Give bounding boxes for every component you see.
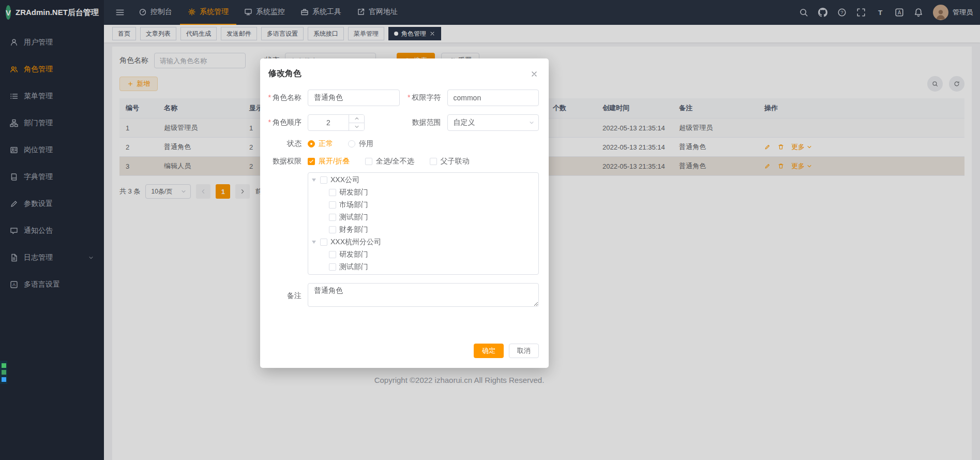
role-name-label: 角色名称 [260, 93, 308, 102]
tree-node-label[interactable]: XXX杭州分公司 [330, 238, 381, 247]
remark-textarea[interactable]: 普通角色 [308, 283, 539, 307]
checkbox-parent-child-link[interactable]: 父子联动 [430, 157, 470, 166]
confirm-button[interactable]: 确定 [474, 344, 504, 358]
caret-down-icon[interactable] [312, 241, 316, 244]
checkbox-expand-collapse[interactable]: 展开/折叠 [308, 157, 350, 166]
radio-status-normal[interactable]: 正常 [308, 139, 333, 149]
tree-node-dept[interactable]: 测试部门 [308, 261, 538, 273]
corner-widget [0, 361, 7, 384]
field-role-name: 角色名称 [260, 90, 400, 106]
tree-node-label[interactable]: 研发部门 [339, 250, 368, 259]
tree-node-label[interactable]: 财务部门 [339, 225, 368, 234]
checkbox-select-all[interactable]: 全选/全不选 [365, 157, 414, 166]
tree-node-label[interactable]: 测试部门 [339, 213, 368, 222]
tree-node-label[interactable]: 测试部门 [339, 262, 368, 272]
role-name-input[interactable] [308, 90, 400, 106]
perm-char-label: 权限字符 [400, 93, 447, 102]
field-data-scope: 数据范围 [400, 114, 539, 131]
radio-label: 正常 [319, 139, 333, 149]
role-order-value[interactable]: 2 [308, 115, 349, 130]
tree-node-dept[interactable]: 研发部门 [308, 186, 538, 199]
field-status: 状态 正常 停用 [260, 139, 539, 149]
tree-node-company-1[interactable]: XXX公司 [308, 174, 538, 186]
dialog-header: 修改角色 [260, 58, 549, 85]
field-remark: 备注 普通角色 [260, 283, 539, 308]
corner-widget-blue-block [2, 377, 6, 382]
tree-node-dept[interactable]: 市场部门 [308, 199, 538, 211]
field-data-permission: 数据权限 展开/折叠 全选/全不选 父子联动 [260, 157, 539, 166]
role-order-label: 角色顺序 [260, 118, 308, 127]
checkbox-icon[interactable] [329, 251, 336, 258]
tree-node-dept[interactable]: 财务部门 [308, 224, 538, 236]
radio-icon [348, 140, 355, 147]
tree-node-dept[interactable]: 研发部门 [308, 248, 538, 261]
status-label: 状态 [260, 139, 308, 149]
role-order-stepper: 2 [308, 114, 365, 131]
tree-node-label[interactable]: XXX公司 [330, 175, 359, 185]
cancel-button[interactable]: 取消 [509, 344, 539, 358]
checkbox-icon [308, 158, 315, 165]
checkbox-label: 父子联动 [441, 157, 470, 166]
checkbox-icon [365, 158, 372, 165]
corner-widget-green-block-2 [2, 370, 6, 375]
checkbox-icon[interactable] [329, 226, 336, 233]
remark-label: 备注 [260, 291, 308, 301]
checkbox-icon[interactable] [329, 201, 336, 209]
close-icon [530, 70, 538, 78]
chevron-down-icon [354, 124, 360, 130]
tree-node-dept[interactable]: 测试部门 [308, 211, 538, 224]
radio-label: 停用 [359, 139, 373, 149]
tree-node-label[interactable]: 研发部门 [339, 188, 368, 197]
tree-node-company-2[interactable]: XXX杭州分公司 [308, 236, 538, 248]
dialog-close-button[interactable] [530, 70, 538, 78]
radio-icon [308, 140, 315, 147]
data-scope-select[interactable] [447, 114, 539, 131]
chevron-up-icon [354, 115, 360, 122]
field-role-order: 角色顺序 2 [260, 114, 400, 131]
permission-tree: XXX公司 研发部门 市场部门 测试部门 财务部门 [308, 172, 539, 275]
data-scope-value[interactable] [447, 114, 539, 131]
dialog-footer: 确定 取消 [260, 317, 549, 368]
checkbox-icon[interactable] [329, 214, 336, 221]
dialog-title: 修改角色 [268, 68, 301, 79]
data-permission-label: 数据权限 [260, 157, 308, 166]
data-scope-label: 数据范围 [400, 118, 447, 127]
caret-down-icon[interactable] [312, 179, 316, 182]
radio-status-disabled[interactable]: 停用 [348, 139, 373, 149]
dialog-body: 角色名称 权限字符 角色顺序 2 [260, 85, 549, 308]
field-perm-char: 权限字符 [400, 90, 539, 106]
checkbox-label: 展开/折叠 [319, 157, 350, 166]
perm-char-input[interactable] [447, 90, 539, 106]
modal-backdrop: 修改角色 角色名称 权限字符 角色顺序 2 [0, 0, 980, 460]
checkbox-icon[interactable] [329, 263, 336, 271]
check-icon [309, 159, 314, 164]
checkbox-icon[interactable] [320, 239, 327, 246]
checkbox-icon[interactable] [329, 189, 336, 196]
checkbox-icon [430, 158, 437, 165]
checkbox-icon[interactable] [320, 176, 327, 184]
decrease-button[interactable] [349, 123, 364, 131]
tree-node-label[interactable]: 市场部门 [339, 200, 368, 210]
increase-button[interactable] [349, 115, 364, 123]
checkbox-label: 全选/全不选 [376, 157, 414, 166]
corner-widget-green-block [2, 363, 6, 368]
edit-role-dialog: 修改角色 角色名称 权限字符 角色顺序 2 [260, 58, 549, 368]
